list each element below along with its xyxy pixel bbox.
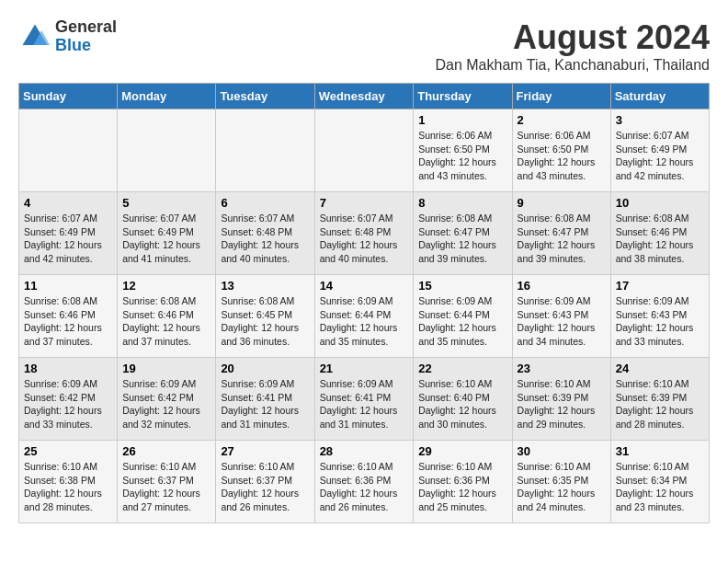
day-cell: 27Sunrise: 6:10 AMSunset: 6:37 PMDayligh… [216, 441, 314, 523]
day-info: Sunrise: 6:09 AMSunset: 6:44 PMDaylight:… [320, 294, 409, 349]
day-cell: 3Sunrise: 6:07 AMSunset: 6:49 PMDaylight… [610, 109, 709, 192]
day-info: Sunrise: 6:10 AMSunset: 6:37 PMDaylight:… [221, 460, 309, 514]
day-number: 16 [518, 279, 606, 293]
day-number: 11 [24, 279, 112, 293]
day-info: Sunrise: 6:08 AMSunset: 6:47 PMDaylight:… [518, 212, 606, 266]
day-number: 3 [616, 113, 704, 127]
day-cell: 26Sunrise: 6:10 AMSunset: 6:37 PMDayligh… [118, 441, 216, 523]
day-number: 7 [320, 196, 409, 210]
day-number: 26 [122, 444, 210, 458]
day-header-monday: Monday [118, 84, 216, 109]
day-number: 19 [122, 362, 210, 375]
day-number: 14 [320, 279, 409, 293]
day-cell: 15Sunrise: 6:09 AMSunset: 6:44 PMDayligh… [414, 275, 512, 358]
day-info: Sunrise: 6:06 AMSunset: 6:50 PMDaylight:… [418, 129, 506, 183]
day-cell: 6Sunrise: 6:07 AMSunset: 6:48 PMDaylight… [216, 192, 314, 275]
day-header-thursday: Thursday [414, 84, 512, 109]
day-info: Sunrise: 6:10 AMSunset: 6:39 PMDaylight:… [518, 377, 606, 431]
day-number: 8 [418, 196, 506, 210]
day-info: Sunrise: 6:08 AMSunset: 6:47 PMDaylight:… [418, 212, 506, 266]
day-cell: 21Sunrise: 6:09 AMSunset: 6:41 PMDayligh… [314, 358, 414, 441]
day-info: Sunrise: 6:10 AMSunset: 6:35 PMDaylight:… [518, 460, 606, 514]
day-number: 12 [122, 279, 210, 293]
day-number: 30 [518, 444, 606, 458]
day-info: Sunrise: 6:07 AMSunset: 6:49 PMDaylight:… [616, 129, 704, 183]
day-cell [19, 109, 118, 192]
logo-icon [18, 20, 51, 53]
day-cell: 13Sunrise: 6:08 AMSunset: 6:45 PMDayligh… [216, 275, 314, 358]
day-cell: 11Sunrise: 6:08 AMSunset: 6:46 PMDayligh… [19, 275, 118, 358]
day-info: Sunrise: 6:07 AMSunset: 6:49 PMDaylight:… [122, 212, 210, 266]
day-cell: 18Sunrise: 6:09 AMSunset: 6:42 PMDayligh… [19, 358, 118, 441]
day-info: Sunrise: 6:09 AMSunset: 6:42 PMDaylight:… [24, 377, 112, 431]
day-cell: 12Sunrise: 6:08 AMSunset: 6:46 PMDayligh… [118, 275, 216, 358]
day-info: Sunrise: 6:08 AMSunset: 6:45 PMDaylight:… [221, 294, 309, 349]
day-info: Sunrise: 6:10 AMSunset: 6:34 PMDaylight:… [616, 460, 704, 514]
logo-text: General Blue [55, 18, 117, 55]
day-cell: 31Sunrise: 6:10 AMSunset: 6:34 PMDayligh… [610, 441, 709, 523]
day-header-sunday: Sunday [19, 84, 118, 109]
day-number: 29 [418, 444, 506, 458]
week-row-3: 11Sunrise: 6:08 AMSunset: 6:46 PMDayligh… [19, 275, 710, 358]
day-number: 1 [418, 113, 506, 127]
day-cell: 7Sunrise: 6:07 AMSunset: 6:48 PMDaylight… [314, 192, 414, 275]
day-header-tuesday: Tuesday [216, 84, 314, 109]
day-number: 4 [24, 196, 112, 210]
day-number: 2 [518, 113, 606, 127]
day-number: 18 [24, 362, 112, 375]
day-number: 24 [616, 362, 704, 375]
day-number: 20 [221, 362, 309, 375]
day-cell: 30Sunrise: 6:10 AMSunset: 6:35 PMDayligh… [512, 441, 610, 523]
day-cell: 25Sunrise: 6:10 AMSunset: 6:38 PMDayligh… [19, 441, 118, 523]
day-header-friday: Friday [512, 84, 610, 109]
day-info: Sunrise: 6:09 AMSunset: 6:42 PMDaylight:… [122, 377, 210, 431]
day-number: 10 [616, 196, 704, 210]
day-info: Sunrise: 6:09 AMSunset: 6:43 PMDaylight:… [616, 294, 704, 349]
day-cell: 22Sunrise: 6:10 AMSunset: 6:40 PMDayligh… [414, 358, 512, 441]
day-info: Sunrise: 6:06 AMSunset: 6:50 PMDaylight:… [518, 129, 606, 183]
day-number: 31 [616, 444, 704, 458]
day-cell: 28Sunrise: 6:10 AMSunset: 6:36 PMDayligh… [314, 441, 414, 523]
day-cell [118, 109, 216, 192]
day-header-wednesday: Wednesday [314, 84, 414, 109]
day-info: Sunrise: 6:10 AMSunset: 6:40 PMDaylight:… [418, 377, 506, 431]
day-number: 6 [221, 196, 309, 210]
day-info: Sunrise: 6:07 AMSunset: 6:48 PMDaylight:… [221, 212, 309, 266]
day-info: Sunrise: 6:10 AMSunset: 6:36 PMDaylight:… [320, 460, 409, 514]
week-row-5: 25Sunrise: 6:10 AMSunset: 6:38 PMDayligh… [19, 441, 710, 523]
day-cell: 23Sunrise: 6:10 AMSunset: 6:39 PMDayligh… [512, 358, 610, 441]
day-cell: 10Sunrise: 6:08 AMSunset: 6:46 PMDayligh… [610, 192, 709, 275]
day-cell: 29Sunrise: 6:10 AMSunset: 6:36 PMDayligh… [414, 441, 512, 523]
day-number: 17 [616, 279, 704, 293]
day-cell [314, 109, 414, 192]
calendar-table: SundayMondayTuesdayWednesdayThursdayFrid… [18, 83, 710, 523]
day-info: Sunrise: 6:08 AMSunset: 6:46 PMDaylight:… [24, 294, 112, 349]
day-info: Sunrise: 6:10 AMSunset: 6:38 PMDaylight:… [24, 460, 112, 514]
day-cell: 2Sunrise: 6:06 AMSunset: 6:50 PMDaylight… [512, 109, 610, 192]
day-number: 9 [518, 196, 606, 210]
title-area: August 2024 Dan Makham Tia, Kanchanaburi… [435, 18, 710, 74]
calendar-header: SundayMondayTuesdayWednesdayThursdayFrid… [19, 84, 710, 109]
day-cell: 4Sunrise: 6:07 AMSunset: 6:49 PMDaylight… [19, 192, 118, 275]
day-cell: 20Sunrise: 6:09 AMSunset: 6:41 PMDayligh… [216, 358, 314, 441]
calendar-body: 1Sunrise: 6:06 AMSunset: 6:50 PMDaylight… [19, 109, 710, 523]
sub-title: Dan Makham Tia, Kanchanaburi, Thailand [435, 57, 710, 74]
day-number: 13 [221, 279, 309, 293]
day-info: Sunrise: 6:07 AMSunset: 6:49 PMDaylight:… [24, 212, 112, 266]
day-info: Sunrise: 6:10 AMSunset: 6:39 PMDaylight:… [616, 377, 704, 431]
day-number: 23 [518, 362, 606, 375]
day-cell: 1Sunrise: 6:06 AMSunset: 6:50 PMDaylight… [414, 109, 512, 192]
logo: General Blue [18, 18, 117, 55]
day-number: 21 [320, 362, 409, 375]
day-number: 22 [418, 362, 506, 375]
day-header-saturday: Saturday [610, 84, 709, 109]
day-info: Sunrise: 6:08 AMSunset: 6:46 PMDaylight:… [122, 294, 210, 349]
day-cell: 17Sunrise: 6:09 AMSunset: 6:43 PMDayligh… [610, 275, 709, 358]
day-cell: 5Sunrise: 6:07 AMSunset: 6:49 PMDaylight… [118, 192, 216, 275]
week-row-1: 1Sunrise: 6:06 AMSunset: 6:50 PMDaylight… [19, 109, 710, 192]
day-info: Sunrise: 6:09 AMSunset: 6:43 PMDaylight:… [518, 294, 606, 349]
main-title: August 2024 [435, 18, 710, 57]
day-cell: 16Sunrise: 6:09 AMSunset: 6:43 PMDayligh… [512, 275, 610, 358]
day-info: Sunrise: 6:08 AMSunset: 6:46 PMDaylight:… [616, 212, 704, 266]
day-cell: 9Sunrise: 6:08 AMSunset: 6:47 PMDaylight… [512, 192, 610, 275]
